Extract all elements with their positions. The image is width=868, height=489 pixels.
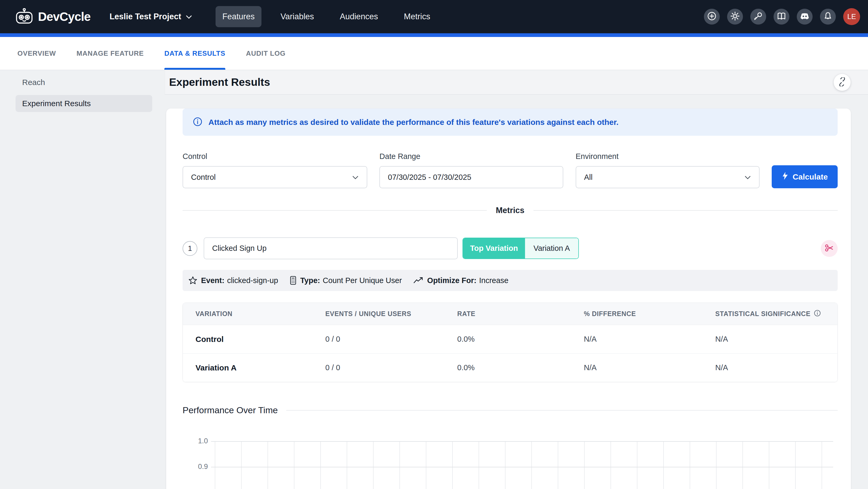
create-new-button[interactable] bbox=[704, 9, 720, 25]
info-circle-icon bbox=[193, 117, 203, 128]
brand-name: DevCycle bbox=[38, 9, 91, 24]
environment-field: Environment All bbox=[576, 152, 760, 188]
calculate-label: Calculate bbox=[793, 172, 828, 181]
settings-button[interactable] bbox=[727, 9, 743, 25]
content-area: Reach Experiment Results Experiment Resu… bbox=[0, 70, 868, 489]
cell-rate: 0.0% bbox=[457, 363, 584, 372]
control-label: Control bbox=[183, 152, 367, 161]
gear-icon bbox=[730, 11, 740, 22]
link-chain-icon bbox=[838, 77, 847, 87]
control-field: Control Control bbox=[183, 152, 367, 188]
chart-plot-area bbox=[215, 441, 833, 489]
detail-optimize-label: Optimize For: bbox=[427, 276, 476, 285]
brand-logo[interactable]: DevCycle bbox=[15, 8, 91, 25]
chevron-down-icon bbox=[185, 12, 192, 21]
cell-difference: N/A bbox=[584, 363, 715, 372]
y-axis-tick-label: 0.9 bbox=[183, 463, 208, 471]
experiment-results-card: Attach as many metrics as desired to val… bbox=[166, 109, 851, 489]
sidebar: Reach Experiment Results bbox=[0, 70, 165, 489]
col-difference: % Difference bbox=[584, 310, 715, 318]
col-rate: Rate bbox=[457, 310, 584, 318]
key-icon bbox=[753, 11, 763, 22]
control-select-value: Control bbox=[191, 173, 216, 182]
cell-rate: 0.0% bbox=[457, 335, 584, 344]
table-row: Control 0 / 0 0.0% N/A N/A bbox=[183, 325, 837, 353]
metric-name-input[interactable] bbox=[204, 237, 458, 259]
cell-variation: Control bbox=[183, 335, 325, 344]
nav-item-features[interactable]: Features bbox=[216, 6, 261, 27]
divider-line-right bbox=[533, 210, 838, 211]
tab-data-results[interactable]: DATA & RESULTS bbox=[164, 37, 225, 70]
discord-button[interactable] bbox=[797, 9, 813, 25]
col-events: Events / Unique Users bbox=[325, 310, 457, 318]
plus-circle-icon bbox=[707, 11, 717, 22]
nav-item-variables[interactable]: Variables bbox=[274, 6, 321, 27]
col-variation: Variation bbox=[183, 310, 325, 318]
calculator-icon bbox=[290, 276, 297, 285]
scissors-icon bbox=[825, 243, 834, 254]
nav-actions: LE bbox=[704, 8, 860, 25]
variation-segmented-control: Top Variation Variation A bbox=[463, 238, 579, 259]
date-range-field: Date Range 07/30/2025 - 07/30/2025 bbox=[379, 152, 563, 188]
col-significance-label: Statistical Significance bbox=[715, 310, 810, 318]
tab-audit-log[interactable]: AUDIT LOG bbox=[246, 37, 285, 70]
cell-events: 0 / 0 bbox=[325, 363, 457, 372]
cell-events: 0 / 0 bbox=[325, 335, 457, 344]
segment-variation-a[interactable]: Variation A bbox=[525, 238, 578, 258]
segment-top-variation[interactable]: Top Variation bbox=[463, 238, 525, 258]
book-icon bbox=[776, 11, 786, 22]
feature-tabbar: OVERVIEW MANAGE FEATURE DATA & RESULTS A… bbox=[0, 37, 868, 70]
detail-optimize: Optimize For: Increase bbox=[413, 276, 508, 285]
page-header: Experiment Results bbox=[165, 70, 868, 95]
chevron-down-icon bbox=[744, 173, 751, 182]
notifications-button[interactable] bbox=[820, 9, 836, 25]
environment-select-value: All bbox=[584, 173, 593, 182]
cell-difference: N/A bbox=[584, 335, 715, 344]
control-select[interactable]: Control bbox=[183, 166, 367, 188]
calculate-button[interactable]: Calculate bbox=[772, 165, 838, 188]
sidebar-item-experiment-results[interactable]: Experiment Results bbox=[16, 95, 152, 112]
performance-divider-line bbox=[286, 410, 838, 410]
environment-select[interactable]: All bbox=[576, 166, 760, 188]
accent-progress-bar bbox=[0, 33, 868, 37]
detail-event-label: Event: bbox=[201, 276, 224, 285]
banner-text: Attach as many metrics as desired to val… bbox=[209, 118, 618, 127]
top-navbar: DevCycle Leslie Test Project Features Va… bbox=[0, 0, 868, 33]
date-range-value: 07/30/2025 - 07/30/2025 bbox=[388, 173, 471, 182]
cell-variation: Variation A bbox=[183, 363, 325, 372]
project-selector[interactable]: Leslie Test Project bbox=[110, 12, 192, 21]
gridline-1-0 bbox=[211, 441, 833, 442]
y-axis-tick-label: 1.0 bbox=[183, 437, 208, 445]
table-row: Variation A 0 / 0 0.0% N/A N/A bbox=[183, 353, 837, 382]
filters-row: Control Control Date Range 07/30/2025 - … bbox=[183, 152, 838, 188]
info-banner: Attach as many metrics as desired to val… bbox=[183, 109, 838, 136]
date-range-input[interactable]: 07/30/2025 - 07/30/2025 bbox=[379, 166, 563, 188]
nav-item-audiences[interactable]: Audiences bbox=[333, 6, 385, 27]
metric-details-strip: Event: clicked-sign-up Type: Count Per U… bbox=[183, 270, 838, 291]
performance-title: Performance Over Time bbox=[183, 405, 278, 415]
detail-event: Event: clicked-sign-up bbox=[188, 276, 278, 285]
results-table: Variation Events / Unique Users Rate % D… bbox=[183, 303, 838, 382]
remove-metric-button[interactable] bbox=[821, 240, 838, 257]
detail-type: Type: Count Per Unique User bbox=[290, 276, 402, 285]
lightning-icon bbox=[781, 172, 789, 182]
metric-row: 1 Top Variation Variation A bbox=[183, 237, 838, 259]
detail-type-value: Count Per Unique User bbox=[323, 276, 402, 285]
copy-link-button[interactable] bbox=[834, 74, 850, 91]
environment-label: Environment bbox=[576, 152, 760, 161]
date-range-label: Date Range bbox=[379, 152, 563, 161]
info-circle-icon[interactable] bbox=[814, 310, 821, 318]
detail-type-label: Type: bbox=[300, 276, 320, 285]
user-avatar[interactable]: LE bbox=[843, 8, 860, 25]
tab-overview[interactable]: OVERVIEW bbox=[18, 37, 56, 70]
docs-button[interactable] bbox=[774, 9, 789, 25]
chevron-down-icon bbox=[352, 173, 359, 182]
sidebar-item-reach[interactable]: Reach bbox=[16, 74, 152, 91]
nav-item-metrics[interactable]: Metrics bbox=[397, 6, 437, 27]
tab-manage-feature[interactable]: MANAGE FEATURE bbox=[76, 37, 144, 70]
table-header-row: Variation Events / Unique Users Rate % D… bbox=[183, 303, 837, 325]
page-title: Experiment Results bbox=[169, 76, 270, 88]
trending-up-icon bbox=[413, 277, 424, 284]
api-keys-button[interactable] bbox=[750, 9, 766, 25]
metric-index-badge: 1 bbox=[183, 241, 197, 256]
